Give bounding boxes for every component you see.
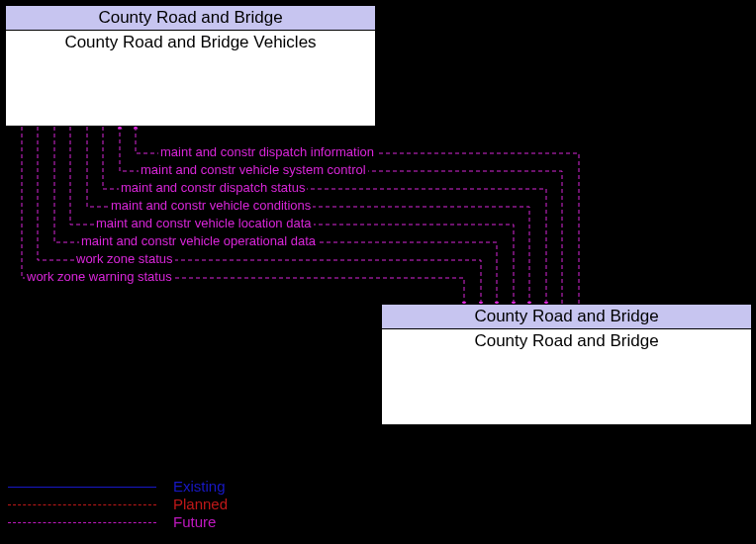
legend-line-planned (8, 504, 156, 505)
flow-label-2: maint and constr vehicle system control (139, 163, 368, 177)
entity-bottom-header: County Road and Bridge (382, 305, 751, 329)
flow-label-5: maint and constr vehicle location data (94, 217, 314, 230)
entity-bottom-body: County Road and Bridge (382, 329, 751, 353)
legend-line-future (8, 522, 156, 523)
entity-bottom: County Road and Bridge County Road and B… (381, 304, 752, 425)
entity-top-body: County Road and Bridge Vehicles (6, 31, 375, 54)
legend-label-planned: Planned (173, 496, 228, 512)
flow-label-7: work zone status (74, 252, 175, 266)
flow-label-6: maint and constr vehicle operational dat… (79, 234, 318, 248)
flow-label-8: work zone warning status (25, 270, 174, 284)
diagram-canvas: County Road and Bridge County Road and B… (0, 0, 756, 544)
flow-label-4: maint and constr vehicle conditions (109, 199, 313, 213)
entity-top-header: County Road and Bridge (6, 6, 375, 31)
legend-label-existing: Existing (173, 478, 226, 495)
legend-line-existing (8, 487, 156, 488)
flow-label-1: maint and constr dispatch information (158, 145, 376, 159)
entity-top: County Road and Bridge County Road and B… (5, 5, 376, 127)
legend-label-future: Future (173, 513, 216, 530)
flow-label-3: maint and constr dispatch status (119, 181, 307, 195)
